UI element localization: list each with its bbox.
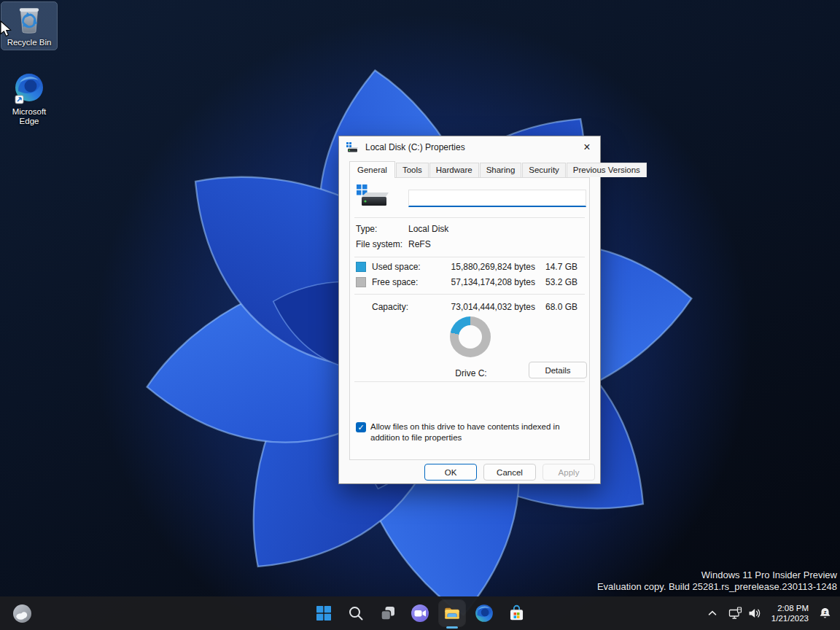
general-tab-page: Type: Local Disk File system: ReFS Used … — [349, 177, 590, 460]
tab-sharing[interactable]: Sharing — [480, 163, 522, 177]
taskbar-clock[interactable]: 2:08 PM 1/21/2023 — [769, 599, 812, 628]
store-button[interactable] — [500, 597, 532, 629]
edge-button[interactable] — [468, 597, 500, 629]
tab-security[interactable]: Security — [522, 163, 566, 177]
chevron-up-icon — [707, 607, 718, 619]
watermark-line-2: Evaluation copy. Build 25281.rs_prerelea… — [597, 581, 837, 593]
checkbox-checked-icon[interactable]: ✓ — [356, 422, 366, 432]
dialog-button-row: OK Cancel Apply — [424, 464, 595, 481]
apply-button[interactable]: Apply — [542, 464, 595, 481]
dialog-title: Local Disk (C:) Properties — [365, 142, 465, 152]
network-icon — [728, 607, 743, 620]
used-space-swatch — [356, 262, 366, 272]
desktop-icon-microsoft-edge[interactable]: Microsoft Edge — [1, 70, 57, 128]
used-space-bytes: 15,880,269,824 bytes — [439, 262, 535, 272]
free-space-size: 53.2 GB — [535, 277, 578, 287]
start-button[interactable] — [308, 597, 340, 629]
index-contents-checkbox-row[interactable]: ✓ Allow files on this drive to have cont… — [356, 421, 583, 443]
clock-time: 2:08 PM — [771, 603, 809, 613]
desktop-icon-label: Microsoft Edge — [3, 107, 55, 126]
donut-hole — [459, 325, 482, 349]
separator — [354, 257, 585, 257]
details-button[interactable]: Details — [529, 362, 587, 378]
clock-date: 1/21/2023 — [771, 613, 809, 623]
task-view-button[interactable] — [372, 597, 404, 629]
used-space-size: 14.7 GB — [535, 262, 578, 272]
ok-button[interactable]: OK — [424, 464, 477, 481]
disk-usage-donut — [450, 316, 491, 357]
shortcut-arrow-badge — [15, 96, 23, 104]
separator — [354, 217, 585, 218]
edge-desktop-icon — [12, 72, 46, 106]
free-space-bytes: 57,134,174,208 bytes — [439, 277, 535, 287]
recycle-bin-icon — [14, 4, 44, 36]
tab-hardware[interactable]: Hardware — [429, 163, 479, 177]
search-button[interactable] — [340, 597, 372, 629]
evaluation-watermark: Windows 11 Pro Insider Preview Evaluatio… — [597, 569, 837, 592]
capacity-row: Capacity: 73,014,444,032 bytes 68.0 GB — [356, 300, 578, 314]
notification-center-button[interactable]: z — [814, 599, 836, 628]
type-row: Type: Local Disk — [356, 224, 583, 237]
close-icon[interactable]: × — [574, 136, 600, 158]
desktop-icon-label: Recycle Bin — [7, 38, 52, 47]
free-space-row: Free space: 57,134,174,208 bytes 53.2 GB — [356, 275, 578, 289]
system-tray: 2:08 PM 1/21/2023 z — [703, 596, 836, 630]
drive-icon — [356, 184, 391, 209]
do-not-disturb-bell-icon: z — [818, 607, 832, 621]
desktop: Recycle Bin Microsoft Edge Windows 11 Pr… — [0, 0, 840, 630]
type-value: Local Disk — [408, 224, 448, 237]
dialog-titlebar[interactable]: Local Disk (C:) Properties × — [339, 136, 600, 158]
file-explorer-button[interactable] — [436, 597, 468, 629]
dialog-tabstrip: General Tools Hardware Sharing Security … — [349, 161, 590, 177]
cancel-button[interactable]: Cancel — [483, 464, 536, 481]
index-contents-checkbox-label: Allow files on this drive to have conten… — [370, 421, 583, 443]
tab-general[interactable]: General — [349, 161, 395, 178]
capacity-bytes: 73,014,444,032 bytes — [439, 302, 535, 312]
tab-previous-versions[interactable]: Previous Versions — [567, 163, 647, 177]
file-system-value: ReFS — [408, 239, 431, 252]
tab-tools[interactable]: Tools — [396, 163, 429, 177]
volume-label-input[interactable] — [408, 190, 586, 207]
free-space-swatch — [356, 277, 366, 287]
capacity-label: Capacity: — [372, 302, 439, 312]
file-system-row: File system: ReFS — [356, 239, 583, 252]
volume-icon — [747, 607, 762, 620]
capacity-size: 68.0 GB — [535, 302, 578, 312]
separator — [354, 381, 585, 382]
separator — [354, 294, 585, 295]
used-space-row: Used space: 15,880,269,824 bytes 14.7 GB — [356, 260, 578, 274]
chat-button[interactable] — [404, 597, 436, 629]
svg-text:z: z — [824, 609, 827, 615]
tray-expand-button[interactable] — [703, 599, 722, 628]
used-space-label: Used space: — [372, 262, 439, 272]
drive-title-icon — [346, 142, 359, 152]
watermark-line-1: Windows 11 Pro Insider Preview — [597, 569, 837, 581]
type-label: Type: — [356, 224, 408, 237]
file-system-label: File system: — [356, 239, 408, 252]
desktop-icon-recycle-bin[interactable]: Recycle Bin — [1, 2, 57, 50]
free-space-label: Free space: — [372, 277, 439, 287]
network-volume-button[interactable] — [725, 599, 766, 628]
taskbar: 2:08 PM 1/21/2023 z — [0, 596, 840, 630]
local-disk-properties-dialog: Local Disk (C:) Properties × General Too… — [338, 136, 601, 484]
